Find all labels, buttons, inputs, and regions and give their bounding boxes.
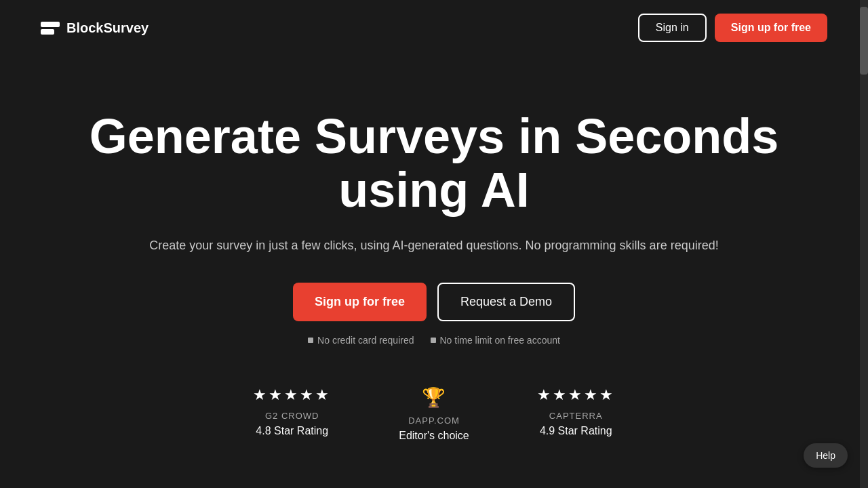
hero-subtitle: Create your survey in just a few clicks,… bbox=[41, 236, 827, 256]
signup-hero-button[interactable]: Sign up for free bbox=[293, 283, 427, 321]
ratings-section: ★★★★★ G2 CROWD 4.8 Star Rating 🏆 DAPP.CO… bbox=[41, 386, 827, 442]
logo-icon bbox=[41, 22, 60, 35]
hero-title: Generate Surveys in Seconds using AI bbox=[41, 110, 827, 217]
note-dot-2 bbox=[431, 338, 436, 343]
brand-name: BlockSurvey bbox=[66, 20, 149, 36]
hero-notes: No credit card required No time limit on… bbox=[41, 335, 827, 346]
hero-note-1: No credit card required bbox=[308, 335, 414, 346]
dapp-source: DAPP.COM bbox=[408, 415, 460, 426]
navbar: BlockSurvey Sign in Sign up for free bbox=[0, 0, 868, 56]
signin-button[interactable]: Sign in bbox=[638, 14, 707, 42]
capterra-label: 4.9 Star Rating bbox=[540, 425, 612, 437]
signup-nav-button[interactable]: Sign up for free bbox=[715, 14, 827, 42]
rating-dapp: 🏆 DAPP.COM Editor's choice bbox=[399, 386, 469, 442]
logo: BlockSurvey bbox=[41, 20, 149, 36]
note-dot-1 bbox=[308, 338, 313, 343]
g2-stars: ★★★★★ bbox=[253, 386, 331, 404]
g2-label: 4.8 Star Rating bbox=[256, 425, 328, 437]
hero-note-text-1: No credit card required bbox=[317, 335, 414, 346]
rating-g2: ★★★★★ G2 CROWD 4.8 Star Rating bbox=[253, 386, 331, 442]
hero-section: Generate Surveys in Seconds using AI Cre… bbox=[0, 56, 868, 488]
nav-actions: Sign in Sign up for free bbox=[638, 14, 827, 42]
scrollbar-thumb[interactable] bbox=[860, 7, 868, 75]
dapp-label: Editor's choice bbox=[399, 430, 469, 442]
help-button[interactable]: Help bbox=[804, 443, 848, 468]
hero-note-text-2: No time limit on free account bbox=[440, 335, 560, 346]
g2-source: G2 CROWD bbox=[265, 411, 319, 421]
capterra-stars: ★★★★★ bbox=[537, 386, 615, 404]
hero-cta-group: Sign up for free Request a Demo bbox=[41, 283, 827, 321]
scrollbar[interactable] bbox=[860, 0, 868, 488]
trophy-icon: 🏆 bbox=[422, 386, 446, 409]
capterra-source: CAPTERRA bbox=[549, 411, 603, 421]
demo-button[interactable]: Request a Demo bbox=[437, 283, 575, 321]
rating-capterra: ★★★★★ CAPTERRA 4.9 Star Rating bbox=[537, 386, 615, 442]
hero-note-2: No time limit on free account bbox=[431, 335, 560, 346]
